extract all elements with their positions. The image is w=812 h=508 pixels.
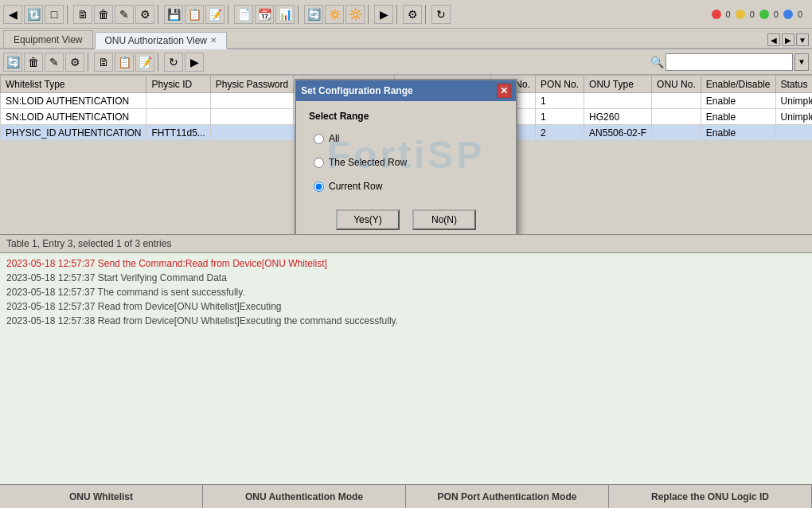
search-icon: 🔍 (650, 56, 664, 68)
main-content: Whitelist Type Physic ID Physic Password… (0, 75, 812, 508)
bottom-tab-onu-auth-mode[interactable]: ONU Authentication Mode (203, 485, 406, 509)
option-selected-row[interactable]: The Selected Row (309, 154, 503, 171)
log-entry: 2023-05-18 12:57:37 The command is sent … (6, 285, 806, 299)
toolbar-btn-11[interactable]: 📄 (234, 5, 253, 24)
search-input[interactable] (666, 53, 793, 71)
dialog-body: Select Range All The Selected Row Curren… (296, 101, 516, 234)
sep7 (425, 5, 428, 24)
toolbar2-btn-3[interactable]: ✎ (45, 53, 64, 72)
toolbar2-btn-7[interactable]: 📝 (135, 53, 154, 72)
toolbar-btn-16[interactable]: 🔆 (345, 5, 365, 24)
status-bar: Table 1, Entry 3, selected 1 of 3 entrie… (0, 234, 812, 253)
log-area[interactable]: 2023-05-18 12:57:37 Send the Command:Rea… (0, 253, 812, 484)
toolbar2-btn-6[interactable]: 📋 (115, 53, 134, 72)
log-entry: 2023-05-18 12:57:38 Read from Device[ONU… (6, 314, 806, 328)
toolbar-btn-3[interactable]: □ (45, 5, 64, 24)
dialog-overlay: Set Configuration Range ✕ Select Range A… (0, 75, 812, 234)
toolbar2-btn-8[interactable]: ↻ (164, 53, 183, 72)
dialog-group-label: Select Range (309, 111, 503, 122)
radio-all[interactable] (314, 134, 324, 144)
toolbar-btn-14[interactable]: 🔄 (304, 5, 323, 24)
toolbar-btn-5[interactable]: 🗑 (94, 5, 113, 24)
light-red-label: 0 (726, 10, 731, 19)
light-green (759, 10, 769, 19)
toolbar-btn-1[interactable]: ◀ (3, 5, 22, 24)
toolbar-btn-12[interactable]: 📆 (255, 5, 274, 24)
log-entry: 2023-05-18 12:57:37 Read from Device[ONU… (6, 299, 806, 314)
tab-navigation: ◀ ▶ ▼ (764, 32, 812, 48)
toolbar-btn-8[interactable]: 💾 (164, 5, 183, 24)
bottom-tab-replace-logic-id[interactable]: Replace the ONU Logic ID (609, 485, 812, 509)
log-entry: 2023-05-18 12:57:37 Send the Command:Rea… (6, 256, 806, 271)
option-all[interactable]: All (309, 130, 503, 147)
light-blue (783, 10, 793, 19)
tab-equipment-view[interactable]: Equipment View (3, 30, 93, 48)
radio-selected-label: The Selected Row (329, 157, 407, 168)
radio-current[interactable] (314, 182, 324, 192)
table-wrapper: Whitelist Type Physic ID Physic Password… (0, 75, 812, 234)
bottom-tab-onu-whitelist[interactable]: ONU Whitelist (0, 485, 203, 509)
toolbar2-btn-9[interactable]: ▶ (185, 53, 204, 72)
toolbar-btn-6[interactable]: ✎ (115, 5, 134, 24)
toolbar-btn-4[interactable]: 🗎 (73, 5, 92, 24)
toolbar-btn-2[interactable]: 🔃 (24, 5, 43, 24)
toolbar-btn-19[interactable]: ↻ (431, 5, 451, 24)
dialog-box: Set Configuration Range ✕ Select Range A… (295, 79, 517, 234)
tab-onu-authorization[interactable]: ONU Authorization View ✕ (95, 32, 228, 49)
sep3 (228, 5, 231, 24)
toolbar-btn-18[interactable]: ⚙ (403, 5, 422, 24)
bottom-tab-pon-auth-mode[interactable]: PON Port Authentication Mode (406, 485, 609, 509)
sep1 (67, 5, 70, 24)
sep2 (158, 5, 161, 24)
dialog-close-button[interactable]: ✕ (497, 84, 511, 98)
log-wrapper: 2023-05-18 12:57:37 Send the Command:Rea… (0, 253, 812, 484)
yes-button[interactable]: Yes(Y) (336, 209, 400, 230)
toolbar2-btn-5[interactable]: 🗎 (94, 53, 113, 72)
toolbar2-btn-4[interactable]: ⚙ (65, 53, 84, 72)
toolbar-btn-17[interactable]: ▶ (374, 5, 393, 24)
search-dropdown-btn[interactable]: ▼ (794, 53, 809, 71)
light-yellow (736, 10, 745, 19)
radio-current-label: Current Row (329, 181, 382, 192)
search-box: 🔍 ▼ (650, 53, 809, 71)
dialog-titlebar: Set Configuration Range ✕ (296, 80, 516, 101)
radio-all-label: All (329, 133, 339, 144)
dialog-title: Set Configuration Range (301, 85, 413, 96)
bottom-tabs: ONU Whitelist ONU Authentication Mode PO… (0, 484, 812, 508)
toolbar-btn-13[interactable]: 📊 (275, 5, 295, 24)
sep8 (88, 53, 91, 72)
toolbar-btn-15[interactable]: 🔅 (325, 5, 344, 24)
sep9 (158, 53, 161, 72)
sep5 (368, 5, 371, 24)
tab-nav-next[interactable]: ▶ (782, 33, 794, 46)
top-toolbar: ◀ 🔃 □ 🗎 🗑 ✎ ⚙ 💾 📋 📝 📄 📆 📊 🔄 🔅 🔆 ▶ ⚙ ↻ 0 … (0, 0, 812, 29)
toolbar-btn-7[interactable]: ⚙ (135, 5, 154, 24)
status-text: Table 1, Entry 3, selected 1 of 3 entrie… (6, 238, 171, 249)
sep6 (396, 5, 400, 24)
radio-selected[interactable] (314, 158, 324, 168)
toolbar2-btn-1[interactable]: 🔄 (3, 53, 22, 72)
toolbar2-btn-2[interactable]: 🗑 (24, 53, 43, 72)
traffic-lights: 0 0 0 0 (712, 10, 810, 19)
tab-nav-prev[interactable]: ◀ (767, 33, 780, 46)
tab-nav-down[interactable]: ▼ (796, 33, 809, 46)
tab-close-icon[interactable]: ✕ (210, 36, 217, 45)
log-entry: 2023-05-18 12:57:37 Start Verifying Comm… (6, 271, 806, 285)
sep4 (298, 5, 301, 24)
light-red (712, 10, 721, 19)
dialog-buttons: Yes(Y) No(N) (309, 201, 503, 234)
toolbar-btn-10[interactable]: 📝 (205, 5, 224, 24)
light-green-label: 0 (774, 10, 779, 19)
option-current-row[interactable]: Current Row (309, 178, 503, 195)
light-blue-label: 0 (798, 10, 802, 19)
second-toolbar: 🔄 🗑 ✎ ⚙ 🗎 📋 📝 ↻ ▶ 🔍 ▼ (0, 49, 812, 75)
no-button[interactable]: No(N) (412, 209, 476, 230)
light-yellow-label: 0 (750, 10, 755, 19)
tab-bar: Equipment View ONU Authorization View ✕ … (0, 29, 812, 49)
toolbar-btn-9[interactable]: 📋 (185, 5, 204, 24)
